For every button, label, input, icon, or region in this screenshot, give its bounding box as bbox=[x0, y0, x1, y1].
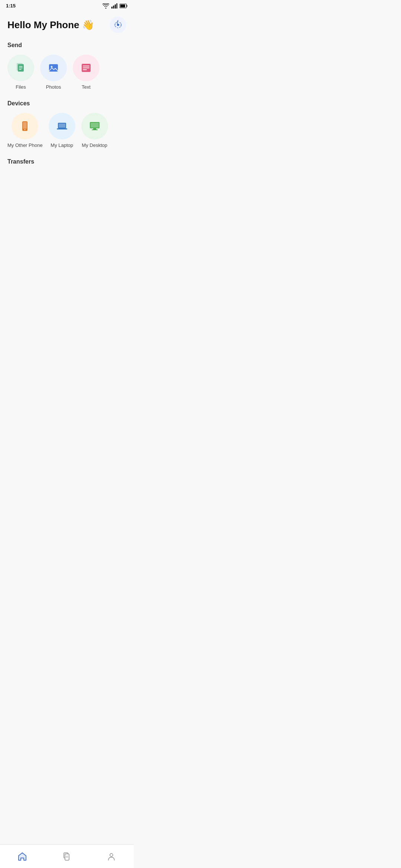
phone-icon-circle bbox=[12, 113, 38, 139]
svg-rect-0 bbox=[111, 7, 113, 9]
time-label: 1:15 bbox=[6, 3, 16, 9]
device-my-laptop[interactable]: My Laptop bbox=[49, 113, 75, 148]
text-label: Text bbox=[82, 84, 91, 90]
send-text-item[interactable]: Text bbox=[73, 55, 100, 90]
status-bar: 1:15 bbox=[0, 0, 134, 10]
photos-icon bbox=[47, 61, 60, 75]
my-other-phone-label: My Other Phone bbox=[7, 142, 43, 148]
svg-rect-1 bbox=[113, 6, 114, 9]
send-files-item[interactable]: Files bbox=[7, 55, 34, 90]
radar-button[interactable] bbox=[110, 17, 126, 33]
text-icon-circle bbox=[73, 55, 100, 81]
signal-icon bbox=[111, 3, 117, 9]
svg-rect-24 bbox=[57, 128, 67, 129]
svg-rect-20 bbox=[23, 122, 27, 129]
photos-label: Photos bbox=[46, 84, 61, 90]
devices-section: Devices My Other Phone My La bbox=[0, 96, 134, 154]
devices-label: Devices bbox=[0, 96, 134, 110]
send-label: Send bbox=[0, 37, 134, 52]
my-laptop-label: My Laptop bbox=[50, 142, 73, 148]
svg-rect-28 bbox=[92, 129, 98, 130]
desktop-icon-circle bbox=[81, 113, 108, 139]
files-icon-circle bbox=[7, 55, 34, 81]
svg-rect-3 bbox=[117, 3, 118, 9]
svg-rect-13 bbox=[49, 64, 58, 72]
wifi-icon bbox=[102, 3, 109, 9]
send-photos-item[interactable]: Photos bbox=[40, 55, 67, 90]
svg-rect-5 bbox=[120, 4, 125, 7]
phone-device-icon bbox=[18, 119, 32, 133]
device-my-other-phone[interactable]: My Other Phone bbox=[7, 113, 43, 148]
transfers-section: Transfers bbox=[0, 154, 134, 168]
photos-icon-circle bbox=[40, 55, 67, 81]
status-icons bbox=[102, 3, 128, 9]
svg-point-21 bbox=[25, 129, 25, 130]
files-label: Files bbox=[16, 84, 26, 90]
desktop-icon bbox=[88, 119, 101, 133]
radar-icon bbox=[113, 20, 123, 30]
page-title: Hello My Phone 👋 bbox=[7, 19, 94, 31]
header: Hello My Phone 👋 bbox=[0, 10, 134, 37]
battery-icon bbox=[120, 4, 128, 8]
files-icon bbox=[14, 61, 27, 75]
laptop-icon bbox=[55, 119, 69, 133]
send-section: Send Files bbox=[0, 37, 134, 96]
my-desktop-label: My Desktop bbox=[82, 142, 107, 148]
laptop-icon-circle bbox=[49, 113, 75, 139]
devices-items: My Other Phone My Laptop bbox=[0, 110, 134, 154]
text-icon bbox=[79, 61, 93, 75]
send-items: Files Photos Te bbox=[0, 52, 134, 96]
svg-rect-23 bbox=[59, 124, 65, 128]
svg-point-14 bbox=[51, 66, 53, 68]
transfers-label: Transfers bbox=[0, 154, 134, 168]
device-my-desktop[interactable]: My Desktop bbox=[81, 113, 108, 148]
svg-rect-26 bbox=[91, 123, 99, 128]
svg-rect-2 bbox=[115, 4, 116, 9]
